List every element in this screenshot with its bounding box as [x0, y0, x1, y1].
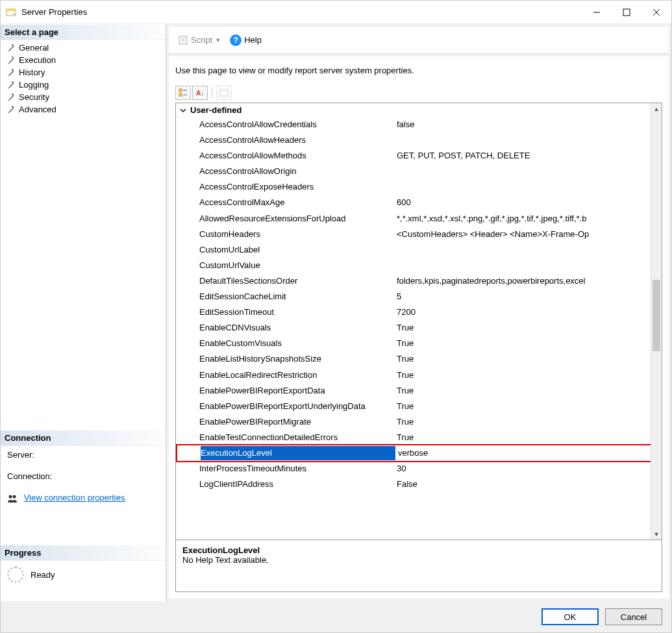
script-icon	[178, 35, 188, 45]
property-row[interactable]: CustomHeaders<CustomHeaders> <Header> <N…	[176, 227, 662, 242]
ok-button[interactable]: OK	[541, 608, 599, 625]
property-name: EnableLocalRedirectRestriction	[199, 368, 394, 382]
property-grid[interactable]: User-defined AccessControlAllowCredentia…	[175, 103, 662, 540]
property-row[interactable]: EnableTestConnectionDetailedErrorsTrue	[176, 430, 662, 445]
vertical-scrollbar[interactable]: ▲ ▼	[651, 103, 662, 540]
property-name: EnablePowerBIReportExportData	[199, 384, 394, 398]
property-value[interactable]: 5	[394, 290, 662, 304]
property-value[interactable]: True	[394, 415, 662, 429]
property-row[interactable]: EnableListHistorySnapshotsSizeTrue	[176, 351, 662, 367]
wrench-icon	[6, 56, 15, 65]
property-row[interactable]: ExecutionLogLevel	[177, 445, 660, 461]
property-value[interactable]: True	[394, 368, 662, 382]
property-value[interactable]	[394, 243, 662, 257]
property-value[interactable]: True	[394, 399, 662, 414]
property-row[interactable]: EditSessionCacheLimit5	[176, 289, 662, 304]
property-row[interactable]: AccessControlAllowCredentialsfalse	[176, 117, 662, 132]
property-row[interactable]: EnablePowerBIReportExportUnderlyingDataT…	[176, 399, 662, 414]
titlebar[interactable]: Server Properties	[1, 1, 671, 24]
property-name: EditSessionCacheLimit	[199, 290, 394, 304]
property-row[interactable]: AccessControlMaxAge600	[176, 195, 662, 210]
property-value[interactable]: folders,kpis,paginatedreports,powerbirep…	[394, 274, 662, 288]
property-value[interactable]: GET, PUT, POST, PATCH, DELETE	[394, 149, 662, 163]
property-row[interactable]: CustomUrlValue	[176, 258, 662, 273]
property-value[interactable]: True	[394, 321, 662, 335]
content-toolbar: Script ▼ ? Help	[169, 27, 669, 54]
page-item-execution[interactable]: Execution	[3, 54, 163, 66]
progress-spinner-icon	[7, 566, 24, 583]
category-row[interactable]: User-defined	[176, 103, 662, 117]
scroll-down-icon[interactable]: ▼	[651, 528, 662, 540]
progress-status: Ready	[31, 570, 55, 580]
alphabetical-button[interactable]: A↓	[192, 86, 208, 100]
page-item-logging[interactable]: Logging	[3, 79, 163, 91]
property-value[interactable]: 7200	[394, 305, 662, 319]
help-pane-text: No Help Text available.	[182, 555, 655, 565]
property-value-input[interactable]	[398, 446, 528, 460]
help-label: Help	[244, 35, 262, 45]
property-name: AllowedResourceExtensionsForUpload	[199, 212, 394, 226]
window-icon	[6, 7, 16, 18]
property-value[interactable]	[394, 258, 662, 273]
categorized-button[interactable]	[175, 86, 191, 100]
scroll-up-icon[interactable]: ▲	[651, 103, 662, 114]
minimize-button[interactable]	[582, 2, 612, 23]
property-value[interactable]	[394, 133, 662, 147]
scroll-track[interactable]	[651, 114, 662, 528]
page-item-security[interactable]: Security	[3, 91, 163, 103]
property-value[interactable]: 30	[394, 462, 662, 476]
property-name: AccessControlMaxAge	[199, 195, 394, 210]
page-item-label: Security	[19, 92, 49, 102]
property-row[interactable]: AccessControlExposeHeaders	[176, 179, 662, 195]
property-row[interactable]: LogClientIPAddressFalse	[176, 477, 662, 492]
property-row[interactable]: InterProcessTimeoutMinutes30	[176, 461, 662, 477]
page-item-label: Execution	[19, 55, 56, 65]
property-value[interactable]	[395, 446, 660, 460]
view-connection-properties-link[interactable]: View connection properties	[24, 493, 125, 503]
property-row[interactable]: EnableCDNVisualsTrue	[176, 320, 662, 336]
property-value[interactable]: 600	[394, 195, 662, 210]
help-button[interactable]: ? Help	[227, 33, 264, 47]
property-value[interactable]: True	[394, 336, 662, 351]
property-value[interactable]: *,*.xml,*.xsd,*.xsl,*.png,*.gif,*.jpg,*.…	[394, 212, 662, 226]
property-row[interactable]: EditSessionTimeout7200	[176, 304, 662, 320]
close-button[interactable]	[641, 2, 671, 23]
page-item-advanced[interactable]: Advanced	[3, 103, 163, 116]
property-value[interactable]: false	[394, 118, 662, 132]
page-item-general[interactable]: General	[3, 42, 163, 54]
cancel-button[interactable]: Cancel	[605, 608, 662, 625]
property-row[interactable]: AllowedResourceExtensionsForUpload*,*.xm…	[176, 211, 662, 227]
property-value[interactable]	[394, 180, 662, 194]
property-row[interactable]: DefaultTilesSectionsOrderfolders,kpis,pa…	[176, 273, 662, 289]
property-value[interactable]: False	[394, 477, 662, 491]
connection-label: Connection:	[7, 471, 52, 481]
property-value[interactable]: True	[394, 352, 662, 366]
scroll-thumb[interactable]	[653, 280, 660, 351]
page-item-history[interactable]: History	[3, 66, 163, 79]
property-name: EditSessionTimeout	[199, 305, 394, 319]
property-row[interactable]: EnablePowerBIReportMigrateTrue	[176, 414, 662, 430]
property-name: EnablePowerBIReportMigrate	[199, 415, 394, 429]
script-button[interactable]: Script ▼	[175, 34, 223, 47]
property-row[interactable]: AccessControlAllowMethodsGET, PUT, POST,…	[176, 148, 662, 164]
property-row[interactable]: CustomUrlLabel	[176, 242, 662, 258]
property-name: AccessControlAllowHeaders	[199, 133, 394, 147]
property-name: CustomUrlLabel	[199, 243, 394, 257]
property-row[interactable]: AccessControlAllowHeaders	[176, 132, 662, 148]
property-row[interactable]: EnableLocalRedirectRestrictionTrue	[176, 367, 662, 383]
property-name: AccessControlAllowOrigin	[199, 164, 394, 179]
property-row[interactable]: EnablePowerBIReportExportDataTrue	[176, 383, 662, 399]
property-pages-button[interactable]	[216, 86, 232, 100]
progress-header: Progress	[1, 545, 166, 561]
property-value[interactable]: True	[394, 384, 662, 398]
property-value[interactable]: True	[394, 430, 662, 445]
wrench-icon	[6, 68, 15, 77]
maximize-button[interactable]	[612, 2, 641, 23]
property-row[interactable]: AccessControlAllowOrigin	[176, 164, 662, 179]
property-row[interactable]: EnableCustomVisualsTrue	[176, 336, 662, 351]
property-grid-toolbar: A↓	[175, 86, 662, 100]
property-value[interactable]	[394, 164, 662, 179]
property-value[interactable]: <CustomHeaders> <Header> <Name>X-Frame-O…	[394, 227, 662, 242]
svg-point-8	[13, 495, 16, 499]
property-name: EnablePowerBIReportExportUnderlyingData	[199, 399, 394, 414]
